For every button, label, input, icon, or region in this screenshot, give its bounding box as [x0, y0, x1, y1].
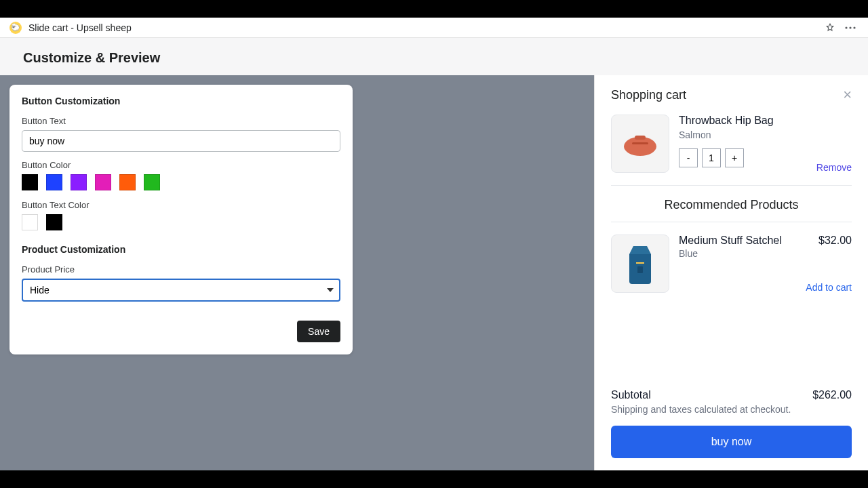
svg-point-2	[853, 26, 855, 28]
label-product-price: Product Price	[22, 264, 340, 274]
input-button-text[interactable]	[22, 130, 340, 152]
qty-increment-button[interactable]: +	[725, 148, 744, 167]
app-title: Slide cart - Upsell sheep	[28, 22, 132, 33]
recommended-title: Recommended Products	[611, 186, 852, 222]
svg-point-3	[624, 137, 656, 156]
qty-value: 1	[702, 148, 721, 167]
button-color-swatch[interactable]	[46, 174, 62, 190]
preview-canvas: Button Customization Button Text Button …	[0, 75, 594, 470]
recommended-item-image	[611, 235, 669, 293]
label-button-color: Button Color	[22, 160, 340, 170]
label-button-text-color: Button Text Color	[22, 200, 340, 210]
recommended-item-variant: Blue	[679, 248, 852, 259]
remove-link[interactable]: Remove	[816, 162, 852, 173]
svg-point-0	[845, 26, 847, 28]
subtotal-label: Subtotal	[611, 389, 651, 401]
label-button-text: Button Text	[22, 116, 340, 126]
svg-point-1	[849, 26, 851, 28]
save-button[interactable]: Save	[297, 321, 340, 342]
recommended-item: Medium Stuff Satchel $32.00 Blue Add to …	[611, 222, 852, 305]
section-product-customization: Product Customization	[22, 244, 340, 255]
close-icon[interactable]: ×	[843, 87, 852, 102]
svg-rect-7	[636, 262, 644, 264]
button-color-swatch[interactable]	[95, 174, 111, 190]
checkout-button[interactable]: buy now	[611, 426, 852, 458]
recommended-item-price: $32.00	[818, 235, 852, 247]
pin-icon[interactable]	[822, 20, 838, 36]
cart-title: Shopping cart	[611, 88, 686, 102]
button-color-swatch[interactable]	[119, 174, 136, 190]
button-color-swatch[interactable]	[71, 174, 87, 190]
svg-rect-6	[637, 266, 643, 273]
select-product-price[interactable]: Hide	[22, 279, 340, 302]
text-color-swatch[interactable]	[46, 214, 62, 230]
titlebar: 🐑 Slide cart - Upsell sheep	[0, 18, 868, 38]
svg-rect-4	[635, 136, 646, 140]
add-to-cart-link[interactable]: Add to cart	[806, 282, 852, 293]
slide-cart: Shopping cart × Throwback Hip Bag Salmon…	[594, 75, 868, 470]
svg-rect-5	[632, 142, 648, 144]
cart-item-image	[611, 115, 669, 173]
button-color-swatch[interactable]	[22, 174, 38, 190]
cart-item-variant: Salmon	[679, 129, 852, 140]
subtotal-value: $262.00	[812, 389, 852, 401]
shipping-note: Shipping and taxes calculated at checkou…	[611, 404, 852, 415]
app-icon: 🐑	[9, 22, 22, 34]
section-button-customization: Button Customization	[22, 96, 340, 106]
cart-item: Throwback Hip Bag Salmon - 1 + Remove	[611, 115, 852, 186]
qty-decrement-button[interactable]: -	[679, 148, 698, 167]
page-title: Customize & Preview	[0, 38, 868, 75]
more-icon[interactable]	[842, 20, 859, 36]
text-color-swatch[interactable]	[22, 214, 38, 230]
settings-panel: Button Customization Button Text Button …	[9, 85, 353, 354]
cart-item-name: Throwback Hip Bag	[679, 115, 852, 127]
button-color-swatch[interactable]	[144, 174, 160, 190]
recommended-item-name: Medium Stuff Satchel	[679, 235, 782, 247]
